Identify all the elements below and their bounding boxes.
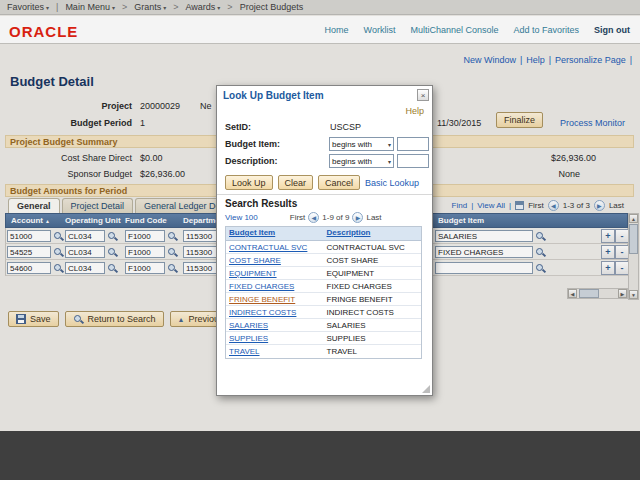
results-column-budget-item[interactable]: Budget Item (226, 227, 324, 240)
resize-handle-icon[interactable] (422, 385, 430, 393)
operating-unit-input[interactable]: CL034 (65, 230, 105, 242)
view-100-link[interactable]: View 100 (225, 213, 258, 222)
account-input[interactable]: 51000 (7, 230, 51, 242)
column-budget-item[interactable]: Budget Item (438, 216, 484, 225)
multichannel-console-link[interactable]: MultiChannel Console (410, 25, 498, 35)
result-item-link[interactable]: FIXED CHARGES (226, 280, 324, 292)
fund-code-input[interactable]: F1000 (125, 246, 165, 258)
operating-unit-lookup-icon[interactable] (107, 263, 118, 274)
delete-row-button[interactable]: - (615, 229, 629, 243)
add-row-button[interactable]: + (601, 245, 615, 259)
account-input[interactable]: 54525 (7, 246, 51, 258)
budget-item-operator-select[interactable]: begins with▾ (329, 137, 394, 151)
menu-main-menu[interactable]: Main Menu▾ (65, 2, 115, 12)
cancel-button[interactable]: Cancel (318, 175, 360, 190)
column-operating-unit[interactable]: Operating Unit (65, 216, 121, 225)
tab-general[interactable]: General (8, 198, 60, 213)
horizontal-scrollbar[interactable]: ◀ ▶ (567, 288, 628, 299)
new-window-link[interactable]: New Window (463, 55, 516, 65)
add-to-favorites-link[interactable]: Add to Favorites (513, 25, 579, 35)
personalize-page-link[interactable]: Personalize Page (555, 55, 626, 65)
operating-unit-input[interactable]: CL034 (65, 246, 105, 258)
vertical-scrollbar[interactable]: ▲ ▼ (628, 213, 639, 300)
budget-item-input[interactable] (435, 262, 533, 274)
results-first-label[interactable]: First (290, 213, 306, 222)
menu-favorites[interactable]: Favorites▾ (7, 2, 49, 12)
result-item-link[interactable]: EQUIPMENT (226, 267, 324, 279)
fund-code-input[interactable]: F1000 (125, 262, 165, 274)
fund-code-input[interactable]: F1000 (125, 230, 165, 242)
basic-lookup-link[interactable]: Basic Lookup (365, 178, 419, 188)
finalize-button[interactable]: Finalize (496, 112, 543, 128)
next-page-icon[interactable]: ▶ (352, 212, 363, 223)
budget-item-search-input[interactable] (397, 137, 429, 151)
operating-unit-lookup-icon[interactable] (107, 231, 118, 242)
account-lookup-icon[interactable] (53, 263, 64, 274)
previous-page-icon[interactable]: ◀ (548, 200, 559, 211)
results-column-description[interactable]: Description (324, 227, 422, 240)
operating-unit-lookup-icon[interactable] (107, 247, 118, 258)
help-link[interactable]: Help (526, 55, 545, 65)
next-page-icon[interactable]: ▶ (594, 200, 605, 211)
budget-item-input[interactable]: FIXED CHARGES (435, 246, 533, 258)
result-item-link[interactable]: SUPPLIES (226, 332, 324, 344)
menu-awards[interactable]: Awards▾ (185, 2, 220, 12)
menu-grants[interactable]: Grants▾ (134, 2, 166, 12)
budget-item-lookup-icon[interactable] (535, 263, 546, 274)
account-lookup-icon[interactable] (53, 247, 64, 258)
grid-first-label[interactable]: First (528, 201, 544, 210)
description-operator-select[interactable]: begins with▾ (329, 154, 394, 168)
result-row: FIXED CHARGESFIXED CHARGES (226, 280, 421, 293)
scroll-right-icon[interactable]: ▶ (618, 289, 627, 298)
save-button[interactable]: Save (8, 311, 59, 327)
results-last-label[interactable]: Last (366, 213, 381, 222)
budget-item-lookup-icon[interactable] (535, 231, 546, 242)
previous-page-icon[interactable]: ◀ (308, 212, 319, 223)
tab-project-detail[interactable]: Project Detail (62, 198, 134, 213)
grid-tabs: General Project Detail General Ledger De… (8, 198, 241, 213)
zoom-grid-icon[interactable] (515, 201, 524, 210)
result-item-link[interactable]: SALARIES (226, 319, 324, 331)
scroll-up-icon[interactable]: ▲ (629, 214, 638, 223)
fund-code-lookup-icon[interactable] (167, 247, 178, 258)
add-row-button[interactable]: + (601, 229, 615, 243)
find-link[interactable]: Find (452, 201, 468, 210)
home-link[interactable]: Home (325, 25, 349, 35)
budget-item-input[interactable]: SALARIES (435, 230, 533, 242)
vertical-scroll-thumb[interactable] (629, 224, 638, 254)
sign-out-link[interactable]: Sign out (594, 25, 630, 35)
fund-code-lookup-icon[interactable] (167, 263, 178, 274)
column-account[interactable]: Account▲ (11, 216, 50, 225)
clear-button[interactable]: Clear (278, 175, 314, 190)
budget-period-value: 1 (140, 118, 145, 128)
scroll-left-icon[interactable]: ◀ (568, 289, 577, 298)
result-item-link[interactable]: TRAVEL (226, 345, 324, 358)
description-search-input[interactable] (397, 154, 429, 168)
budget-item-lookup-icon[interactable] (535, 247, 546, 258)
fund-code-lookup-icon[interactable] (167, 231, 178, 242)
grid-last-label[interactable]: Last (609, 201, 624, 210)
account-lookup-icon[interactable] (53, 231, 64, 242)
account-input[interactable]: 54600 (7, 262, 51, 274)
process-monitor-link[interactable]: Process Monitor (560, 118, 625, 128)
return-to-search-button[interactable]: Return to Search (65, 311, 164, 327)
operating-unit-input[interactable]: CL034 (65, 262, 105, 274)
result-item-link[interactable]: INDIRECT COSTS (226, 306, 324, 318)
oracle-logo: ORACLE (9, 23, 78, 40)
scroll-down-icon[interactable]: ▼ (629, 290, 638, 299)
look-up-button[interactable]: Look Up (225, 175, 273, 190)
close-icon[interactable]: × (417, 89, 429, 101)
result-item-link[interactable]: FRINGE BENEFIT (226, 293, 324, 305)
horizontal-scroll-thumb[interactable] (579, 289, 599, 298)
worklist-link[interactable]: Worklist (364, 25, 396, 35)
delete-row-button[interactable]: - (615, 245, 629, 259)
result-item-link[interactable]: CONTRACTUAL SVC (226, 241, 324, 253)
result-item-link[interactable]: COST SHARE (226, 254, 324, 266)
summary-right-status: None (558, 169, 580, 179)
column-fund-code[interactable]: Fund Code (125, 216, 167, 225)
cost-share-direct-label: Cost Share Direct (10, 153, 132, 163)
modal-help-link[interactable]: Help (405, 106, 424, 116)
view-all-link[interactable]: View All (477, 201, 505, 210)
delete-row-button[interactable]: - (615, 261, 629, 275)
add-row-button[interactable]: + (601, 261, 615, 275)
